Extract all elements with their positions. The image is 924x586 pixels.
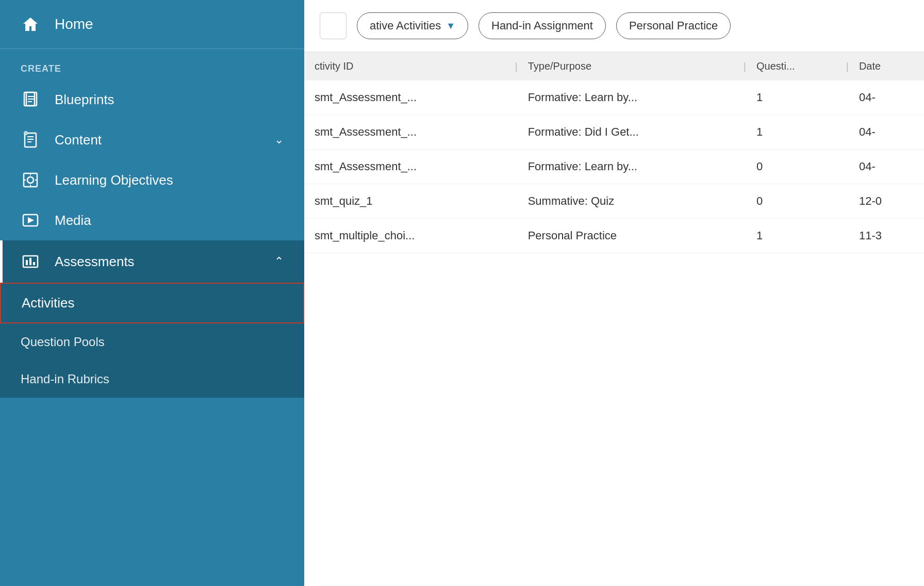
assessments-label: Assessments (55, 254, 260, 270)
main-content: ative Activities ▼ Hand-in Assignment Pe… (304, 0, 924, 586)
content-icon (21, 130, 40, 150)
learning-objectives-icon (21, 170, 40, 190)
assessments-chevron: ⌃ (274, 255, 284, 268)
cell-type-purpose: Summative: Quiz (518, 184, 746, 219)
sidebar-item-content[interactable]: Content ⌄ (0, 120, 304, 160)
svg-rect-22 (29, 258, 31, 265)
formative-activities-filter[interactable]: ative Activities ▼ (357, 12, 468, 39)
table-row[interactable]: smt_Assessment_...Formative: Learn by...… (304, 150, 924, 184)
cell-activity-id: smt_Assessment_... (304, 80, 518, 115)
filter-bar: ative Activities ▼ Hand-in Assignment Pe… (304, 0, 924, 52)
table-row[interactable]: smt_quiz_1Summative: Quiz012-0 (304, 184, 924, 219)
table-row[interactable]: smt_multiple_choi...Personal Practice111… (304, 219, 924, 253)
media-label: Media (55, 213, 284, 229)
cell-activity-id: smt_quiz_1 (304, 184, 518, 219)
activities-table-container: ctivity ID Type/Purpose Questi... Date s… (304, 52, 924, 586)
sidebar: Home CREATE Blueprints (0, 0, 304, 586)
create-section-label: CREATE (0, 49, 304, 79)
search-box[interactable] (320, 12, 346, 39)
home-icon (21, 14, 40, 34)
cell-date: 12-0 (849, 184, 924, 219)
sidebar-item-home[interactable]: Home (0, 0, 304, 49)
cell-activity-id: smt_Assessment_... (304, 150, 518, 184)
question-pools-label: Question Pools (21, 335, 105, 349)
cell-activity-id: smt_Assessment_... (304, 115, 518, 150)
svg-rect-23 (33, 262, 35, 265)
learning-objectives-label: Learning Objectives (55, 172, 284, 188)
sidebar-item-media[interactable]: Media (0, 200, 304, 240)
svg-point-13 (27, 177, 34, 183)
content-label: Content (55, 132, 260, 148)
cell-activity-id: smt_multiple_choi... (304, 219, 518, 253)
cell-type-purpose: Formative: Learn by... (518, 150, 746, 184)
sidebar-item-hand-in-rubrics[interactable]: Hand-in Rubrics (0, 361, 304, 398)
cell-questions: 0 (746, 184, 849, 219)
column-header-questions: Questi... (746, 52, 849, 80)
table-row[interactable]: smt_Assessment_...Formative: Learn by...… (304, 80, 924, 115)
svg-marker-19 (28, 217, 34, 223)
activities-label: Activities (22, 295, 75, 311)
sidebar-item-question-pools[interactable]: Question Pools (0, 323, 304, 361)
content-chevron: ⌄ (274, 133, 284, 146)
assessments-icon (21, 252, 40, 271)
blueprints-label: Blueprints (55, 92, 284, 108)
personal-practice-filter[interactable]: Personal Practice (616, 12, 731, 39)
assessments-left-bar (0, 240, 3, 283)
cell-date: 04- (849, 115, 924, 150)
hand-in-rubrics-label: Hand-in Rubrics (21, 372, 109, 386)
cell-questions: 1 (746, 80, 849, 115)
sidebar-item-blueprints[interactable]: Blueprints (0, 79, 304, 120)
personal-practice-label: Personal Practice (629, 19, 718, 32)
column-header-activity-id: ctivity ID (304, 52, 518, 80)
blueprints-icon (21, 90, 40, 109)
home-label: Home (55, 16, 93, 32)
table-header-row: ctivity ID Type/Purpose Questi... Date (304, 52, 924, 80)
cell-questions: 1 (746, 115, 849, 150)
cell-date: 11-3 (849, 219, 924, 253)
hand-in-assignment-filter[interactable]: Hand-in Assignment (478, 12, 606, 39)
formative-activities-dropdown-arrow: ▼ (446, 21, 455, 31)
hand-in-assignment-label: Hand-in Assignment (491, 19, 593, 32)
sidebar-item-activities[interactable]: Activities (0, 283, 304, 323)
activities-table: ctivity ID Type/Purpose Questi... Date s… (304, 52, 924, 253)
column-header-type-purpose: Type/Purpose (518, 52, 746, 80)
media-icon (21, 210, 40, 230)
cell-questions: 1 (746, 219, 849, 253)
svg-rect-5 (25, 133, 36, 147)
formative-activities-label: ative Activities (370, 19, 441, 32)
svg-rect-21 (26, 260, 28, 265)
cell-date: 04- (849, 150, 924, 184)
cell-type-purpose: Formative: Did I Get... (518, 115, 746, 150)
cell-questions: 0 (746, 150, 849, 184)
cell-date: 04- (849, 80, 924, 115)
sidebar-item-assessments[interactable]: Assessments ⌃ (0, 240, 304, 283)
table-row[interactable]: smt_Assessment_...Formative: Did I Get..… (304, 115, 924, 150)
column-header-date: Date (849, 52, 924, 80)
cell-type-purpose: Formative: Learn by... (518, 80, 746, 115)
cell-type-purpose: Personal Practice (518, 219, 746, 253)
sidebar-item-learning-objectives[interactable]: Learning Objectives (0, 160, 304, 200)
